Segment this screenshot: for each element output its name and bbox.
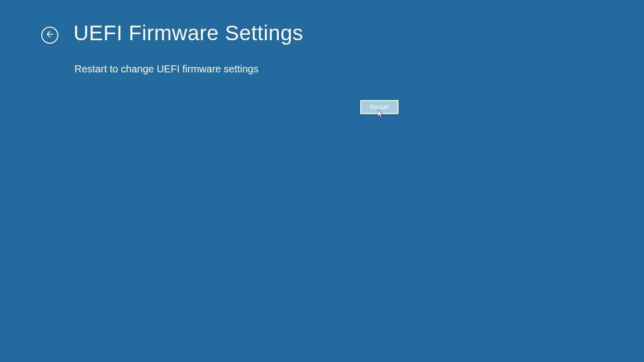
page-title: UEFI Firmware Settings <box>73 21 303 45</box>
restart-button-label: Restart <box>370 104 389 111</box>
back-arrow-icon <box>45 29 55 41</box>
restart-button[interactable]: Restart <box>360 100 398 114</box>
back-button[interactable] <box>41 27 58 44</box>
page-description: Restart to change UEFI firmware settings <box>0 45 644 75</box>
